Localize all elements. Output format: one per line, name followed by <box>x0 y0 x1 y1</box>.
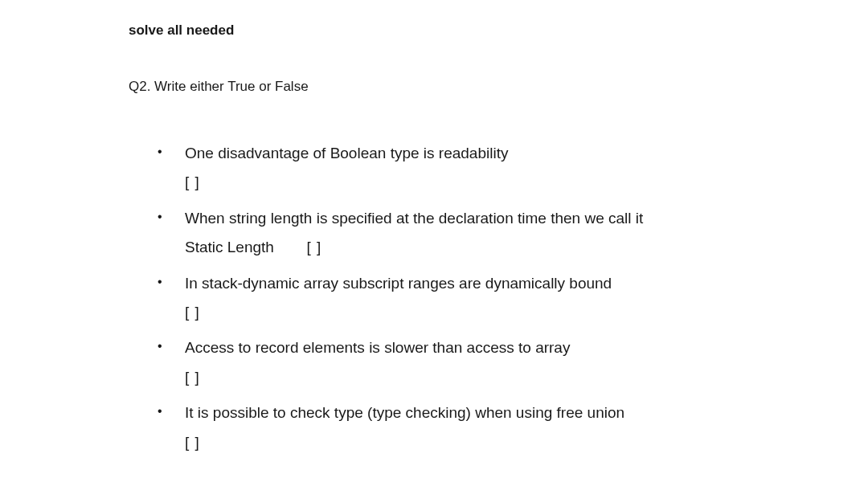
list-item: When string length is specified at the d… <box>158 206 788 260</box>
question-list: One disadvantage of Boolean type is read… <box>129 141 788 455</box>
answer-box: [ ] <box>185 431 200 455</box>
list-item: One disadvantage of Boolean type is read… <box>158 141 788 195</box>
item-text: One disadvantage of Boolean type is read… <box>185 145 508 161</box>
answer-box: [ ] <box>185 366 200 390</box>
item-text-continued: Static Length <box>185 239 274 255</box>
top-instruction: solve all needed <box>129 22 788 39</box>
item-text: Access to record elements is slower than… <box>185 339 570 356</box>
list-item: It is possible to check type (type check… <box>158 401 788 455</box>
item-text: It is possible to check type (type check… <box>185 404 624 421</box>
item-text: In stack-dynamic array subscript ranges … <box>185 275 612 292</box>
list-item: Access to record elements is slower than… <box>158 336 788 390</box>
answer-box: [ ] <box>306 235 321 259</box>
list-item: In stack-dynamic array subscript ranges … <box>158 272 788 325</box>
answer-box: [ ] <box>185 170 200 194</box>
item-text: When string length is specified at the d… <box>185 210 643 227</box>
answer-box: [ ] <box>185 300 200 325</box>
question-heading: Q2. Write either True or False <box>129 79 788 95</box>
